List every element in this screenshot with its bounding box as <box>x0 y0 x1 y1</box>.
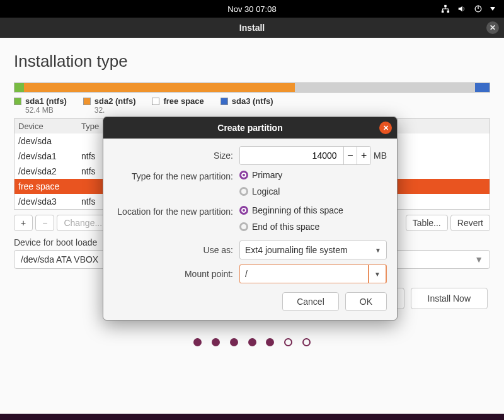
dialog-title: Create partition <box>217 123 282 133</box>
radio-icon <box>239 206 248 215</box>
dialog-buttons: Cancel OK <box>110 292 387 311</box>
radio-icon <box>239 222 248 231</box>
use-as-label: Use as: <box>110 245 239 255</box>
radio-label: Primary <box>252 170 282 180</box>
chevron-down-icon: ▼ <box>374 271 381 278</box>
size-decrement-button[interactable]: − <box>343 147 357 164</box>
use-as-value: Ext4 journaling file system <box>245 245 348 255</box>
type-label: Type for the new partition: <box>110 170 239 181</box>
type-primary-radio[interactable]: Primary <box>239 170 282 180</box>
type-logical-radio[interactable]: Logical <box>239 186 280 196</box>
create-partition-dialog: Create partition ✕ Size: − + MB Type for… <box>103 116 398 321</box>
size-increment-button[interactable]: + <box>357 147 370 164</box>
mount-point-value: / <box>245 269 248 279</box>
modal-layer: Create partition ✕ Size: − + MB Type for… <box>0 0 504 420</box>
mount-point-combo[interactable]: / ▼ <box>239 264 387 283</box>
location-beginning-radio[interactable]: Beginning of this space <box>239 205 343 215</box>
size-label: Size: <box>110 150 239 161</box>
radio-label: End of this space <box>252 222 319 232</box>
cancel-button[interactable]: Cancel <box>282 292 339 311</box>
size-spinner: − + <box>239 146 371 165</box>
size-input[interactable] <box>240 147 343 164</box>
radio-label: Beginning of this space <box>252 205 343 215</box>
radio-label: Logical <box>252 186 280 196</box>
dialog-close-button[interactable]: ✕ <box>379 122 392 134</box>
dialog-titlebar: Create partition ✕ <box>103 117 397 139</box>
radio-icon <box>239 171 248 179</box>
size-unit: MB <box>374 150 387 161</box>
mount-point-label: Mount point: <box>110 269 239 279</box>
chevron-down-icon: ▼ <box>375 247 381 254</box>
location-end-radio[interactable]: End of this space <box>239 222 319 232</box>
ok-button[interactable]: OK <box>345 292 387 311</box>
location-label: Location for the new partition: <box>110 205 239 217</box>
radio-icon <box>239 187 248 196</box>
use-as-select[interactable]: Ext4 journaling file system ▼ <box>239 241 387 259</box>
